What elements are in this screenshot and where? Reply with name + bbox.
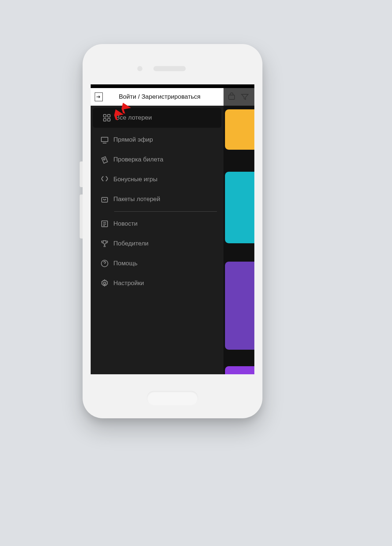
menu-item-help[interactable]: Помощь bbox=[91, 254, 224, 273]
cart-icon[interactable] bbox=[225, 90, 238, 103]
menu-item-news[interactable]: Новости bbox=[91, 214, 224, 234]
menu-item-check-ticket[interactable]: Проверка билета bbox=[91, 150, 224, 170]
help-icon bbox=[96, 259, 113, 268]
content-cards-background bbox=[224, 106, 254, 374]
bag-icon bbox=[96, 195, 113, 204]
menu-label: Все лотереи bbox=[116, 114, 216, 121]
gear-icon bbox=[96, 279, 113, 288]
menu-item-bonus-games[interactable]: Бонусные игры bbox=[91, 170, 224, 189]
menu-item-packages[interactable]: Пакеты лотерей bbox=[91, 189, 224, 209]
ticket-icon bbox=[96, 155, 113, 164]
menu-label: Бонусные игры bbox=[113, 176, 218, 183]
grid-icon bbox=[98, 113, 116, 122]
login-register-row[interactable]: Войти / Зарегистрироваться bbox=[91, 88, 224, 106]
menu-item-winners[interactable]: Победители bbox=[91, 234, 224, 254]
side-drawer-menu: Все лотереи Прямой эфир Проверка билета … bbox=[91, 106, 224, 374]
menu-label: Настройки bbox=[113, 280, 218, 287]
menu-label: Прямой эфир bbox=[113, 136, 218, 143]
svg-rect-5 bbox=[101, 137, 108, 142]
svg-point-10 bbox=[104, 282, 106, 284]
svg-rect-3 bbox=[104, 119, 106, 121]
svg-rect-0 bbox=[229, 95, 235, 99]
menu-label: Пакеты лотерей bbox=[113, 196, 218, 203]
menu-label: Помощь bbox=[113, 260, 218, 267]
tv-icon bbox=[96, 135, 113, 144]
menu-item-all-lotteries[interactable]: Все лотереи bbox=[93, 108, 221, 128]
filter-icon[interactable] bbox=[238, 90, 251, 103]
menu-item-live[interactable]: Прямой эфир bbox=[91, 130, 224, 150]
menu-divider bbox=[114, 211, 217, 212]
brain-icon bbox=[96, 175, 113, 184]
volume-button bbox=[80, 194, 83, 239]
phone-speaker bbox=[159, 66, 186, 71]
svg-rect-1 bbox=[104, 114, 106, 117]
login-icon bbox=[91, 92, 107, 101]
svg-rect-4 bbox=[108, 119, 110, 121]
svg-rect-2 bbox=[108, 114, 110, 117]
trophy-icon bbox=[96, 239, 113, 248]
home-button bbox=[147, 391, 198, 405]
phone-mockup-frame: Войти / Зарегистрироваться Все лотереи П… bbox=[83, 44, 262, 418]
status-bar bbox=[91, 84, 254, 88]
menu-label: Проверка билета bbox=[113, 156, 218, 163]
svg-point-6 bbox=[104, 159, 105, 160]
menu-label: Новости bbox=[113, 220, 218, 228]
volume-button bbox=[80, 161, 83, 187]
menu-item-settings[interactable]: Настройки bbox=[91, 273, 224, 293]
app-screen: Войти / Зарегистрироваться Все лотереи П… bbox=[91, 84, 254, 374]
login-label: Войти / Зарегистрироваться bbox=[107, 93, 224, 101]
menu-label: Победители bbox=[113, 240, 218, 247]
news-icon bbox=[96, 219, 113, 228]
